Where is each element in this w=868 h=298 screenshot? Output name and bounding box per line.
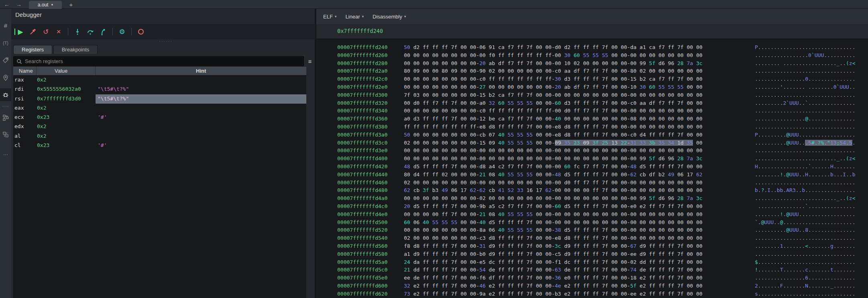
map-pin-icon[interactable]: [0, 72, 11, 84]
hex-row[interactable]: 00007fffffffd40000 00 00 00 00 00 00 00-…: [316, 155, 868, 163]
hex-ascii[interactable]: ................................: [755, 123, 856, 131]
hex-address[interactable]: 00007fffffffd4e0: [337, 210, 387, 218]
step-out-button[interactable]: [98, 27, 109, 37]
hex-ascii[interactable]: ................@...............: [755, 115, 856, 123]
hex-row[interactable]: 00007fffffffd62073 e2 ff ff ff 7f 00 00-…: [316, 290, 868, 298]
hex-row[interactable]: 00007fffffffd2c000 00 00 00 00 00 00 00-…: [316, 75, 868, 83]
column-separator[interactable]: [95, 67, 96, 75]
hex-row[interactable]: 00007fffffffd3c002 00 00 00 00 00 00 00-…: [316, 139, 868, 147]
hex-row[interactable]: 00007fffffffd24050 d2 ff ff ff 7f 00 00-…: [316, 43, 868, 51]
continue-until-button[interactable]: [27, 27, 39, 37]
hex-bytes[interactable]: 00 d0 ff f7 ff 7f 00 00-a0 32 60 55 55 5…: [404, 99, 703, 107]
hex-row[interactable]: 00007fffffffd60032 e2 ff ff ff 7f 00 00-…: [316, 282, 868, 290]
hex-bytes[interactable]: 02 00 00 00 00 00 00 00-00 00 00 00 00 0…: [404, 179, 703, 187]
hex-bytes[interactable]: 02 00 00 00 00 00 00 00-15 09 40 55 55 5…: [404, 139, 703, 147]
hex-row[interactable]: 00007fffffffd34000 00 00 00 00 00 00 00-…: [316, 107, 868, 115]
hex-row[interactable]: 00007fffffffd560f8 d8 ff ff ff 7f 00 00-…: [316, 242, 868, 250]
hex-row[interactable]: 00007fffffffd3e000 00 00 00 00 00 00 00-…: [316, 147, 868, 155]
register-hint[interactable]: [96, 104, 306, 113]
hex-ascii[interactable]: P.........@UUU..................: [755, 131, 856, 139]
menu-disassembly[interactable]: Disassembly ▾: [373, 14, 406, 20]
hex-address[interactable]: 00007fffffffd2a0: [337, 67, 387, 75]
hex-ascii[interactable]: ........ ................._..(z<: [755, 59, 856, 67]
hex-bytes[interactable]: 7f 03 00 00 00 00 00 00-15 b2 ca f7 ff 7…: [404, 91, 703, 99]
types-icon[interactable]: {T}: [0, 37, 11, 49]
graph-hierarchy-icon[interactable]: [0, 112, 11, 124]
hex-address[interactable]: 00007fffffffd620: [337, 290, 387, 298]
hex-ascii[interactable]: ..........@UUU..8...............: [755, 226, 856, 234]
hex-bytes[interactable]: 00 00 00 00 00 00 00 00-20 ab df f7 ff 7…: [404, 59, 703, 67]
column-header-name[interactable]: Name: [19, 68, 33, 74]
hex-bytes[interactable]: 80 d4 ff ff 02 00 00 00-21 08 40 55 55 5…: [404, 171, 703, 179]
hex-row[interactable]: 00007fffffffd46002 00 00 00 00 00 00 00-…: [316, 179, 868, 187]
hex-row[interactable]: 00007fffffffd26000 00 00 00 00 00 00 00-…: [316, 51, 868, 59]
hex-row[interactable]: 00007fffffffd3a050 00 00 00 00 00 00 00-…: [316, 131, 868, 139]
hex-row[interactable]: 00007fffffffd4e000 00 00 00 ff 7f 00 00-…: [316, 210, 868, 218]
hex-bytes[interactable]: a1 d9 ff ff ff 7f 00 00-b0 d9 ff ff ff 7…: [404, 250, 703, 258]
hex-address[interactable]: 00007fffffffd480: [337, 186, 387, 194]
hex-address[interactable]: 00007fffffffd240: [337, 43, 387, 51]
hex-address[interactable]: 00007fffffffd600: [337, 282, 387, 290]
hex-ascii[interactable]: s...............................: [755, 290, 856, 298]
register-row-edx[interactable]: edx0x2: [13, 122, 306, 131]
hex-bytes[interactable]: 62 cb 3f b3 49 06 17 62-62 cb 41 52 33 1…: [404, 186, 703, 194]
register-row-ecx[interactable]: ecx0x23'#': [13, 113, 306, 122]
hex-row[interactable]: 00007fffffffd3007f 03 00 00 00 00 00 00-…: [316, 91, 868, 99]
hex-bytes[interactable]: 20 d5 ff ff ff 7f 00 00-9b a5 c2 f7 ff 7…: [404, 202, 703, 210]
register-value[interactable]: 0x2: [37, 105, 46, 111]
hex-bytes[interactable]: a0 d3 ff ff ff 7f 00 00-12 be ca f7 ff 7…: [404, 115, 703, 123]
hex-bytes[interactable]: 50 d2 ff ff ff 7f 00 00-06 91 ca f7 ff 7…: [404, 43, 703, 51]
register-value[interactable]: 0x23: [37, 114, 49, 120]
settings-gear-icon[interactable]: ⚙: [116, 27, 128, 37]
hex-address[interactable]: 00007fffffffd2e0: [337, 83, 387, 91]
hex-bytes[interactable]: f8 d8 ff ff ff 7f 00 00-31 d9 ff ff ff 7…: [404, 242, 703, 250]
hex-bytes[interactable]: 00 00 00 00 00 00 00 00-c0 ff ff ff ff f…: [404, 107, 703, 115]
compare-swap-icon[interactable]: [0, 129, 11, 141]
hex-address[interactable]: 00007fffffffd4c0: [337, 202, 387, 210]
hex-address[interactable]: 00007fffffffd360: [337, 115, 387, 123]
hex-ascii[interactable]: ................................: [755, 107, 856, 115]
hex-bytes[interactable]: 00 00 00 00 00 00 00 00-c0 ff ff ff ff f…: [404, 75, 703, 83]
hex-bytes[interactable]: 32 e2 ff ff ff 7f 00 00-46 e2 ff ff ff 7…: [404, 282, 703, 290]
column-separator[interactable]: [36, 67, 37, 75]
register-row-eax[interactable]: eax0x2: [13, 104, 306, 113]
hex-ascii[interactable]: $...............................: [755, 258, 856, 266]
hex-ascii[interactable]: ........'....... ........0`UUU..: [755, 83, 856, 91]
hex-ascii[interactable]: H................`......H.......: [755, 163, 856, 171]
hex-address[interactable]: 00007fffffffd300: [337, 91, 387, 99]
hex-ascii[interactable]: !.......T.......c.......t.......: [755, 266, 856, 274]
menu-linear[interactable]: Linear ▾: [345, 14, 364, 20]
register-row-rsi[interactable]: rsi0x7fffffffd3d0"\t5#\t?%": [13, 94, 306, 104]
hex-address[interactable]: 00007fffffffd2c0: [337, 75, 387, 83]
hex-row[interactable]: 00007fffffffd52000 00 00 00 00 00 00 00-…: [316, 226, 868, 234]
hex-row[interactable]: 00007fffffffd380ff ff ff ff ff ff ff ff-…: [316, 123, 868, 131]
hex-ascii[interactable]: .................0`UUU..........: [755, 51, 856, 59]
overflow-dots-icon[interactable]: …: [0, 147, 11, 159]
hex-ascii[interactable]: ................................: [755, 147, 856, 155]
hex-address[interactable]: 00007fffffffd3e0: [337, 147, 387, 155]
hex-bytes[interactable]: 24 da ff ff ff 7f 00 00-e5 dc ff ff ff 7…: [404, 258, 703, 266]
hex-address[interactable]: 00007fffffffd5e0: [337, 274, 387, 282]
hex-ascii[interactable]: .........2`UUU..`...............: [755, 99, 856, 107]
step-over-button[interactable]: [85, 27, 96, 37]
hex-address[interactable]: 00007fffffffd3c0: [337, 139, 387, 147]
hex-address[interactable]: 00007fffffffd260: [337, 51, 387, 59]
hex-row[interactable]: 00007fffffffd28000 00 00 00 00 00 00 00-…: [316, 59, 868, 67]
register-hint[interactable]: "\t5#\t?%": [96, 94, 306, 104]
current-offset-label[interactable]: 0x7fffffffd240: [337, 28, 383, 34]
hex-address[interactable]: 00007fffffffd5c0: [337, 266, 387, 274]
column-header-hint[interactable]: Hint: [196, 68, 206, 74]
hex-row[interactable]: 00007fffffffd50060 06 40 55 55 55 00 00-…: [316, 218, 868, 227]
register-value[interactable]: 0x23: [37, 142, 49, 148]
register-hint[interactable]: [96, 76, 306, 85]
hex-row[interactable]: 00007fffffffd32000 d0 ff f7 ff 7f 00 00-…: [316, 99, 868, 107]
search-box[interactable]: [13, 56, 304, 66]
continue-button[interactable]: ▶: [14, 29, 26, 35]
debugger-bug-icon[interactable]: [0, 88, 11, 101]
file-tab-aout[interactable]: a.out ●: [29, 1, 62, 9]
register-hint[interactable]: [96, 132, 306, 141]
hex-address[interactable]: 00007fffffffd460: [337, 179, 387, 187]
hex-bytes[interactable]: 02 00 00 00 00 00 00 00-c3 d8 ff ff ff 7…: [404, 234, 703, 242]
hex-ascii[interactable]: ................................: [755, 91, 856, 99]
register-hint[interactable]: '#': [96, 141, 306, 150]
